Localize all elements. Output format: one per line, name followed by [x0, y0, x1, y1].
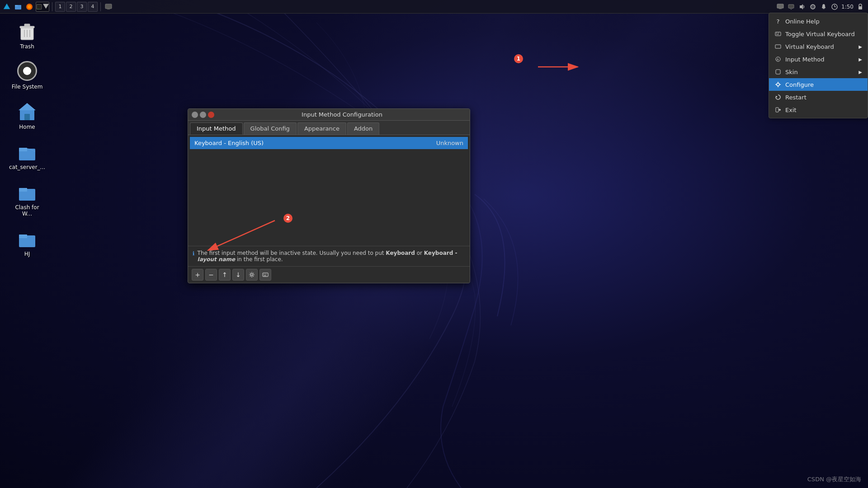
- skin-label: Skin: [785, 69, 798, 75]
- catserver-label: cat_server_...: [9, 164, 45, 170]
- svg-marker-0: [4, 4, 10, 9]
- bell-tray-icon[interactable]: [820, 3, 828, 11]
- maximize-button[interactable]: [200, 112, 206, 118]
- file-manager-taskbar-icon[interactable]: [13, 2, 23, 12]
- svg-text:_: _: [37, 5, 39, 9]
- workspace-btn-1[interactable]: 1: [55, 2, 65, 12]
- monitor-taskbar-icon[interactable]: [104, 2, 113, 12]
- svg-line-65: [250, 276, 250, 277]
- svg-rect-11: [779, 8, 782, 9]
- trash-label: Trash: [20, 43, 34, 50]
- firefox-taskbar-icon[interactable]: [24, 2, 34, 12]
- clock-tray-icon[interactable]: [830, 3, 839, 11]
- svg-rect-66: [263, 273, 268, 277]
- clash-desktop-icon[interactable]: Clash for W...: [9, 179, 45, 219]
- taskbar-left: _ 1 2 3 4: [0, 2, 113, 12]
- volume-tray-icon[interactable]: [798, 3, 806, 11]
- svg-rect-32: [19, 148, 27, 151]
- remove-button[interactable]: −: [205, 269, 217, 281]
- move-down-button[interactable]: ↓: [232, 269, 244, 281]
- svg-point-4: [28, 5, 31, 9]
- badge-2: 2: [283, 214, 292, 223]
- svg-rect-10: [777, 4, 783, 8]
- svg-rect-45: [776, 70, 780, 74]
- clock-display: 1:50: [841, 4, 854, 10]
- svg-marker-7: [43, 4, 49, 9]
- input-method-config-dialog: Input Method Configuration Input Method …: [188, 108, 470, 283]
- context-menu-online-help[interactable]: ? Online Help: [769, 15, 868, 28]
- configure-icon: [774, 81, 782, 88]
- display-tray-icon[interactable]: [787, 3, 795, 11]
- workspace-btn-3[interactable]: 3: [77, 2, 87, 12]
- skin-icon: [774, 68, 782, 75]
- keyboard-layout-button[interactable]: [259, 269, 271, 281]
- clash-label: Clash for W...: [11, 204, 43, 217]
- catserver-desktop-icon[interactable]: cat_server_...: [9, 139, 45, 172]
- svg-line-62: [250, 273, 250, 273]
- svg-rect-9: [107, 9, 110, 9]
- lock-tray-icon[interactable]: [856, 3, 864, 11]
- context-menu-restart[interactable]: Restart: [769, 91, 868, 103]
- skin-arrow: ▶: [859, 70, 862, 75]
- watermark: CSDN @夜星空如海: [807, 475, 861, 483]
- tab-appearance[interactable]: Appearance: [297, 122, 346, 135]
- tab-input-method[interactable]: Input Method: [190, 122, 243, 135]
- svg-rect-24: [24, 24, 30, 27]
- svg-rect-52: [776, 108, 778, 112]
- keyboard-en-status: Unknown: [436, 140, 463, 146]
- titlebar-buttons: [192, 112, 214, 118]
- monitor-tray-icon[interactable]: [776, 3, 784, 11]
- keyboard-icon: [774, 30, 782, 38]
- terminal-taskbar-icon[interactable]: _: [36, 2, 49, 12]
- virtual-keyboard-label: Virtual Keyboard: [785, 43, 834, 50]
- svg-rect-8: [105, 4, 112, 9]
- home-label: Home: [19, 124, 35, 130]
- workspace-btn-4[interactable]: 4: [88, 2, 98, 12]
- context-menu-toggle-vkb[interactable]: Toggle Virtual Keyboard: [769, 28, 868, 40]
- dialog-toolbar: + − ↑ ↓: [188, 266, 470, 283]
- close-button[interactable]: [208, 112, 214, 118]
- hj-icon-image: [16, 227, 38, 249]
- trash-desktop-icon[interactable]: Trash: [9, 18, 45, 52]
- svg-rect-21: [859, 6, 862, 9]
- svg-marker-51: [776, 96, 778, 98]
- home-desktop-icon[interactable]: Home: [9, 99, 45, 132]
- workspace-buttons: 1 2 3 4: [55, 2, 98, 12]
- list-item-keyboard-en[interactable]: Keyboard - English (US) Unknown: [190, 137, 468, 149]
- filesystem-label: File System: [12, 84, 43, 90]
- exit-icon: [774, 106, 782, 113]
- filesystem-desktop-icon[interactable]: File System: [9, 58, 45, 92]
- context-menu-exit[interactable]: Exit: [769, 103, 868, 116]
- keyboard-en-name: Keyboard - English (US): [194, 140, 436, 146]
- context-menu-virtual-keyboard[interactable]: Virtual Keyboard ▶: [769, 40, 868, 53]
- kali-menu-icon[interactable]: [2, 2, 12, 12]
- input-method-label: Input Method: [785, 56, 825, 63]
- filesystem-icon-image: [16, 60, 38, 82]
- tab-global-config[interactable]: Global Config: [244, 122, 297, 135]
- desktop-icons-container: Trash File System Home: [9, 18, 45, 259]
- move-up-button[interactable]: ↑: [219, 269, 231, 281]
- info-icon: ℹ: [193, 250, 195, 257]
- network-tray-icon[interactable]: [809, 3, 817, 11]
- minimize-button[interactable]: [192, 112, 198, 118]
- configure-label: Configure: [785, 81, 814, 88]
- info-text: The first input method will be inactive …: [198, 250, 465, 263]
- home-icon-image: [16, 100, 38, 122]
- context-menu-configure[interactable]: Configure: [769, 78, 868, 91]
- svg-rect-37: [775, 32, 781, 36]
- context-menu-skin[interactable]: Skin ▶: [769, 66, 868, 78]
- svg-marker-54: [779, 108, 781, 111]
- virtual-keyboard-arrow: ▶: [859, 44, 862, 49]
- svg-rect-12: [788, 5, 794, 8]
- context-menu-input-method[interactable]: A Input Method ▶: [769, 53, 868, 66]
- workspace-btn-2[interactable]: 2: [66, 2, 76, 12]
- dialog-list: Keyboard - English (US) Unknown: [188, 135, 470, 151]
- configure-input-button[interactable]: [246, 269, 258, 281]
- svg-rect-34: [19, 188, 27, 192]
- svg-rect-2: [15, 5, 18, 6]
- dialog-title: Input Method Configuration: [218, 111, 466, 118]
- hj-desktop-icon[interactable]: HJ: [9, 225, 45, 259]
- help-icon: ?: [774, 18, 782, 25]
- tab-addon[interactable]: Addon: [347, 122, 379, 135]
- add-button[interactable]: +: [192, 269, 203, 281]
